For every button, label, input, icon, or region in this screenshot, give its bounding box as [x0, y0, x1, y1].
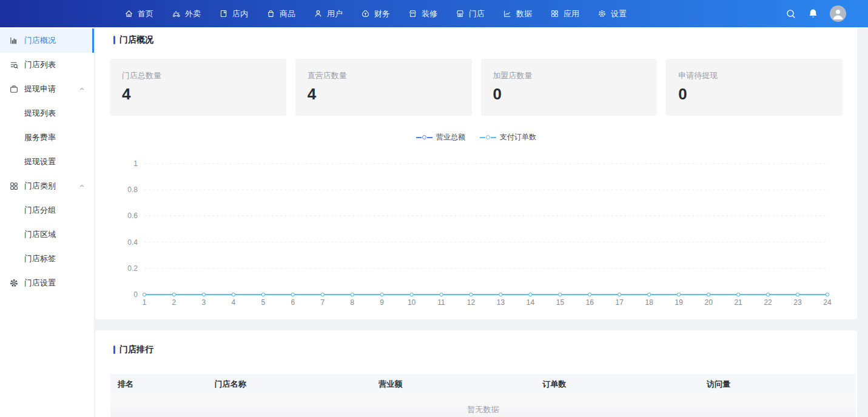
svg-text:0: 0	[133, 290, 138, 299]
nav-item-finance[interactable]: 财务	[361, 8, 390, 19]
svg-text:21: 21	[734, 298, 742, 307]
svg-text:11: 11	[437, 298, 445, 307]
gear-icon	[9, 278, 19, 288]
sidebar-item-store-overview[interactable]: 门店概况	[0, 28, 94, 53]
svg-text:16: 16	[586, 298, 594, 307]
nav-item-label: 首页	[138, 8, 153, 19]
svg-text:7: 7	[320, 298, 325, 307]
section-accent-bar	[113, 345, 115, 354]
goods-icon	[266, 9, 275, 18]
sidebar-item-store-list[interactable]: 门店列表	[0, 53, 94, 77]
sidebar: 门店概况 门店列表 提现申请 提现列表 服务费率 提现设置 门店类别 门店分组 …	[0, 27, 95, 417]
chart-bar-icon	[9, 36, 19, 45]
empty-state-text: 暂无数据	[468, 404, 499, 415]
sidebar-item-store-tags[interactable]: 门店标签	[0, 247, 94, 271]
svg-text:14: 14	[527, 298, 535, 307]
svg-text:23: 23	[793, 298, 802, 307]
sidebar-item-label: 提现列表	[24, 108, 56, 119]
sidebar-item-withdraw-settings[interactable]: 提现设置	[0, 150, 94, 174]
column-header-rank: 排名	[110, 379, 207, 390]
sidebar-item-label: 门店区域	[24, 229, 56, 240]
chevron-up-icon	[78, 182, 86, 190]
sidebar-item-store-region[interactable]: 门店区域	[0, 222, 94, 247]
store-icon	[456, 9, 465, 18]
svg-text:18: 18	[645, 298, 654, 307]
nav-item-label: 设置	[611, 8, 627, 19]
empty-state: 暂无数据	[110, 394, 856, 417]
sidebar-item-store-settings[interactable]: 门店设置	[0, 271, 94, 295]
svg-text:24: 24	[823, 298, 832, 307]
sidebar-item-withdraw-list[interactable]: 提现列表	[0, 101, 94, 125]
search-icon[interactable]	[786, 8, 796, 19]
sidebar-item-label: 门店概况	[24, 35, 56, 46]
main-content: 门店概况 门店总数量 4 直营店数量 4 加盟店数量 0 申请待提现 0	[95, 27, 857, 417]
nav-item-takeout[interactable]: 外卖	[172, 8, 201, 19]
nav-item-label: 外卖	[185, 8, 201, 19]
svg-text:6: 6	[291, 298, 295, 307]
decorate-icon	[408, 9, 417, 18]
bell-icon[interactable]	[808, 8, 818, 19]
apps-icon	[550, 9, 559, 18]
svg-text:12: 12	[467, 298, 476, 307]
svg-text:0.2: 0.2	[127, 264, 138, 273]
nav-item-goods[interactable]: 商品	[266, 8, 295, 19]
sidebar-item-store-group[interactable]: 门店分组	[0, 198, 94, 222]
users-icon	[314, 9, 323, 18]
finance-icon	[361, 9, 370, 18]
nav-item-decorate[interactable]: 装修	[408, 8, 437, 19]
svg-text:0.6: 0.6	[127, 212, 138, 220]
nav-item-settings[interactable]: 设置	[597, 8, 627, 19]
sidebar-item-label: 门店分组	[24, 205, 56, 216]
avatar[interactable]	[830, 5, 846, 22]
sidebar-item-label: 提现申请	[24, 84, 56, 95]
nav-item-label: 应用	[564, 8, 579, 19]
nav-item-label: 商品	[280, 8, 295, 19]
instore-icon	[219, 9, 228, 18]
sidebar-item-label: 门店类别	[24, 181, 56, 192]
ranking-table-header: 排名 门店名称 营业额 订单数 访问量	[110, 374, 856, 394]
sidebar-item-service-rate[interactable]: 服务费率	[0, 125, 94, 150]
svg-text:9: 9	[380, 298, 384, 307]
svg-text:1: 1	[133, 159, 138, 168]
briefcase-icon	[9, 84, 19, 94]
overview-panel: 门店概况 门店总数量 4 直营店数量 4 加盟店数量 0 申请待提现 0	[95, 27, 857, 319]
ranking-panel: 门店排行 排名 门店名称 营业额 订单数 访问量 暂无数据	[95, 330, 857, 417]
svg-text:20: 20	[704, 298, 713, 307]
svg-text:5: 5	[261, 298, 265, 307]
data-icon	[503, 9, 512, 18]
nav-item-label: 用户	[327, 8, 343, 19]
nav-item-home[interactable]: 首页	[124, 8, 153, 19]
svg-text:2: 2	[172, 298, 177, 307]
svg-text:3: 3	[202, 298, 206, 307]
nav-menu: 首页 外卖 店内 商品 用户 财务 装修 门店	[124, 8, 627, 19]
svg-text:8: 8	[350, 298, 354, 307]
svg-text:10: 10	[408, 298, 416, 307]
list-search-icon	[9, 60, 19, 70]
column-header-orders: 订单数	[536, 379, 699, 390]
column-header-visits: 访问量	[699, 379, 856, 390]
nav-item-instore[interactable]: 店内	[219, 8, 248, 19]
nav-item-label: 数据	[516, 8, 532, 19]
sidebar-item-store-category[interactable]: 门店类别	[0, 174, 94, 198]
sidebar-item-withdraw-apply[interactable]: 提现申请	[0, 77, 94, 101]
chevron-up-icon	[78, 85, 86, 93]
nav-item-users[interactable]: 用户	[314, 8, 343, 19]
sidebar-item-label: 门店设置	[24, 278, 56, 289]
svg-text:22: 22	[764, 298, 772, 307]
nav-item-store[interactable]: 门店	[456, 8, 485, 19]
ranking-section-header: 门店排行	[113, 344, 153, 355]
svg-text:0.8: 0.8	[127, 185, 138, 194]
nav-item-label: 门店	[469, 8, 485, 19]
column-header-revenue: 营业额	[371, 379, 535, 390]
sidebar-item-label: 提现设置	[24, 156, 56, 167]
svg-text:15: 15	[556, 298, 565, 307]
nav-item-label: 装修	[422, 8, 437, 19]
home-icon	[124, 9, 133, 18]
svg-text:17: 17	[616, 298, 624, 307]
nav-item-data[interactable]: 数据	[503, 8, 532, 19]
svg-text:0.4: 0.4	[127, 238, 138, 247]
sidebar-item-label: 门店标签	[24, 253, 56, 264]
column-header-store: 门店名称	[207, 379, 371, 390]
nav-item-apps[interactable]: 应用	[550, 8, 579, 19]
ranking-table: 排名 门店名称 营业额 订单数 访问量 暂无数据	[110, 374, 856, 417]
